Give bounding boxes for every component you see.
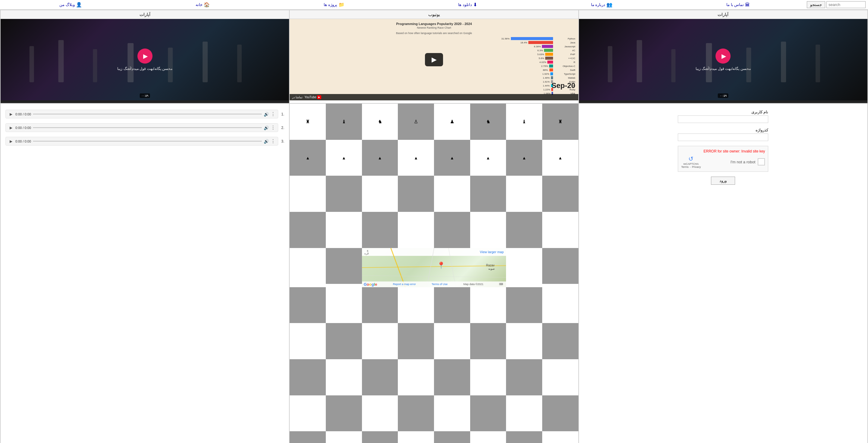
chess-cell: ♝ [506,104,542,140]
youtube-panel: یوتیوب Programming Languages Popularity … [289,10,578,103]
chess-cell [362,323,398,359]
youtube-logo: ▶ YouTube [304,95,321,99]
chess-cell [398,431,434,443]
login-form: نام کاربری کذرواژه ERROR for site owner:… [678,110,768,185]
search-button[interactable]: جستجو [807,1,825,8]
svg-rect-0 [608,46,612,82]
yt-bottom-bar: ▶ YouTube تماشا در [290,94,578,100]
nav-contact[interactable]: 🏛 تماس با ما [723,1,753,8]
privacy-link: Privacy [692,165,701,168]
chess-cell [290,248,326,284]
chess-map-panel: ♜♝♞♟♙♞♝♜▲▲▲▲▲▲▲▲ View larger map جقره 📍 [289,103,578,443]
yt-bar-row: C#6.3% [293,49,575,52]
audio-progress-3[interactable] [33,141,262,141]
audio-progress-2[interactable] [33,127,262,128]
aparat-right-video[interactable]: محسن یگانه/بهت قول میدم/آهنگ زیبا ۰۰:۵۹ [1,19,289,100]
chess-cell [398,323,434,359]
chess-cell [542,287,578,323]
chess-cell [290,359,326,395]
chess-cell [434,359,470,395]
youtube-header: یوتیوب [290,10,578,19]
nav-blog[interactable]: 👤 وبلاگ من [56,1,86,8]
chess-cell [398,176,434,212]
chess-board: ♜♝♞♟♙♞♝♜▲▲▲▲▲▲▲▲ View larger map جقره 📍 [290,104,578,443]
svg-rect-3 [706,43,712,82]
audio-menu-1[interactable]: ⋮ [271,111,276,117]
chess-cell [542,248,578,284]
audio-item-3: ▶ 0:00 / 0:00 🔊 ⋮ .3 [5,137,284,146]
yt-chart-subtitle: Newest Ranking Race Chart [417,26,451,29]
audio-player-2[interactable]: ▶ 0:00 / 0:00 🔊 ⋮ [5,123,278,132]
chess-cell: ▲ [434,140,470,176]
youtube-play-button[interactable] [425,53,443,66]
search-input[interactable] [827,1,866,8]
chess-cell [362,287,398,323]
audio-number-1: .1 [281,112,284,116]
username-group: نام کاربری [678,110,768,123]
yt-bar-row: Ruby1.22% [293,88,575,91]
chess-cell [326,323,362,359]
nav-projects[interactable]: 📁 پروژه ها [320,1,348,8]
youtube-embed[interactable]: Programming Languages Popularity 2020 - … [290,19,578,100]
chess-cell: ▲ [290,140,326,176]
aparat-right-header: آپارات [1,10,289,19]
audio-play-2[interactable]: ▶ [8,125,13,130]
audio-play-3[interactable]: ▶ [8,138,13,144]
username-label: نام کاربری [678,110,768,114]
chess-cell [434,431,470,443]
chess-cell [434,395,470,432]
audio-progress-1[interactable] [33,114,262,115]
chess-cell [470,287,506,323]
audio-time-3: 0:00 / 0:00 [16,139,31,143]
audio-volume-3[interactable]: 🔊 [264,139,269,144]
chess-cell [470,431,506,443]
nav-download[interactable]: ⬇ دانلود ها [455,1,481,8]
audio-play-1[interactable]: ▶ [8,112,13,117]
chess-cell: ▲ [506,140,542,176]
audio-panel: ▶ 0:00 / 0:00 🔊 ⋮ .1 ▶ 0:00 / 0:00 🔊 ⋮ .… [0,103,289,443]
chess-cell: ♟ [434,104,470,140]
yt-bar-row: Javascript8.38% [293,45,575,48]
chess-cell: ♙ [398,104,434,140]
audio-volume-2[interactable]: 🔊 [264,125,269,130]
chess-cell [362,431,398,443]
captcha-label: I'm not a robot [731,160,755,164]
chess-cell [326,212,362,248]
password-group: کذرواژه [678,128,768,141]
chess-cell [470,359,506,395]
chess-cell [470,176,506,212]
chess-cell [506,395,542,432]
aparat-left-video[interactable]: محسن یگانه/بهت قول میدم/آهنگ زیبا ۰۰:۵۹ [579,19,867,100]
audio-menu-2[interactable]: ⋮ [271,125,276,130]
audio-volume-1[interactable]: 🔊 [264,112,269,117]
captcha-inner: I'm not a robot ↺ reCAPTCHA Privacy - Te… [681,155,765,168]
search-area: جستجو [807,1,866,8]
audio-player-1[interactable]: ▶ 0:00 / 0:00 🔊 ⋮ [5,110,278,119]
username-input[interactable] [678,116,768,123]
yt-bar-row: Swift.88% [293,68,575,71]
chess-cell [434,323,470,359]
aparat-left-duration: ۰۰:۵۹ [718,93,728,98]
chess-cell [470,323,506,359]
nav-home[interactable]: 🏠 خانه [192,1,213,8]
password-input[interactable] [678,133,768,141]
chess-cell [290,287,326,323]
chess-cell [326,176,362,212]
chess-cell [542,395,578,432]
captcha-checkbox[interactable] [758,158,765,165]
chess-cell [398,287,434,323]
audio-number-3: .3 [281,139,284,144]
password-label: کذرواژه [678,128,768,132]
chess-cell [326,359,362,395]
captcha-checkbox-area[interactable]: I'm not a robot [731,158,765,165]
chess-cell [542,431,578,443]
terms-link: Terms [681,165,689,168]
audio-menu-3[interactable]: ⋮ [271,138,276,144]
audio-player-3[interactable]: ▶ 0:00 / 0:00 🔊 ⋮ [5,137,278,146]
nav-about[interactable]: 👥 درباره ما [587,1,616,8]
yt-bar-row: Java18.4% [293,41,575,44]
svg-rect-13 [237,44,242,82]
login-submit-button[interactable]: ورود [711,177,735,185]
map-pin: 📍 [437,261,445,270]
yt-bar-row: Python31.56% [293,37,575,40]
